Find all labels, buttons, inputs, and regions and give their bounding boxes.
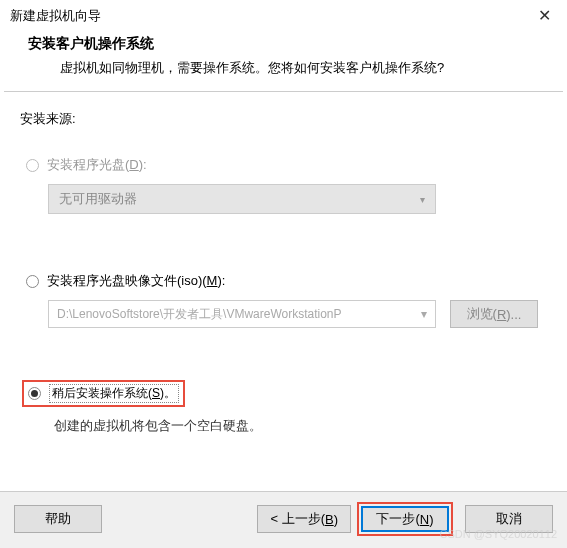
header-desc: 虚拟机如同物理机，需要操作系统。您将如何安装客户机操作系统?	[28, 59, 543, 77]
next-button[interactable]: 下一步(N)	[361, 506, 449, 532]
radio-iso[interactable]	[26, 275, 39, 288]
content-area: 安装来源: 安装程序光盘(D): 无可用驱动器 ▾ 安装程序光盘映像文件(iso…	[0, 110, 567, 435]
wizard-header: 安装客户机操作系统 虚拟机如同物理机，需要操作系统。您将如何安装客户机操作系统?	[0, 29, 567, 91]
iso-path-text: D:\LenovoSoftstore\开发者工具\VMwareWorkstati…	[57, 306, 342, 323]
radio-disc	[26, 159, 39, 172]
next-button-highlight: 下一步(N)	[357, 502, 453, 536]
option-later-highlight: 稍后安装操作系统(S)。	[22, 380, 185, 407]
titlebar: 新建虚拟机向导 ✕	[0, 0, 567, 29]
window-title: 新建虚拟机向导	[10, 7, 101, 25]
disc-dropdown: 无可用驱动器 ▾	[48, 184, 436, 214]
iso-path-input: D:\LenovoSoftstore\开发者工具\VMwareWorkstati…	[48, 300, 436, 328]
option-later-wrap: 稍后安装操作系统(S)。	[22, 380, 547, 407]
header-title: 安装客户机操作系统	[28, 35, 543, 53]
radio-later[interactable]	[28, 387, 41, 400]
source-label: 安装来源:	[20, 110, 547, 128]
iso-input-row: D:\LenovoSoftstore\开发者工具\VMwareWorkstati…	[48, 300, 547, 328]
back-button[interactable]: < 上一步(B)	[257, 505, 351, 533]
option-disc-label: 安装程序光盘(D):	[47, 156, 147, 174]
browse-button: 浏览(R)...	[450, 300, 538, 328]
help-button[interactable]: 帮助	[14, 505, 102, 533]
chevron-down-icon: ▾	[420, 194, 425, 205]
option-iso[interactable]: 安装程序光盘映像文件(iso)(M):	[26, 272, 547, 290]
cancel-button[interactable]: 取消	[465, 505, 553, 533]
header-divider	[4, 91, 563, 92]
option-iso-label: 安装程序光盘映像文件(iso)(M):	[47, 272, 225, 290]
option-later-desc: 创建的虚拟机将包含一个空白硬盘。	[54, 417, 547, 435]
chevron-down-icon: ▾	[421, 307, 427, 321]
option-later-label: 稍后安装操作系统(S)。	[49, 384, 179, 403]
close-icon[interactable]: ✕	[532, 6, 557, 25]
option-disc: 安装程序光盘(D):	[26, 156, 547, 174]
disc-dropdown-text: 无可用驱动器	[59, 190, 137, 208]
footer-bar: 帮助 < 上一步(B) 下一步(N) 取消	[0, 491, 567, 548]
